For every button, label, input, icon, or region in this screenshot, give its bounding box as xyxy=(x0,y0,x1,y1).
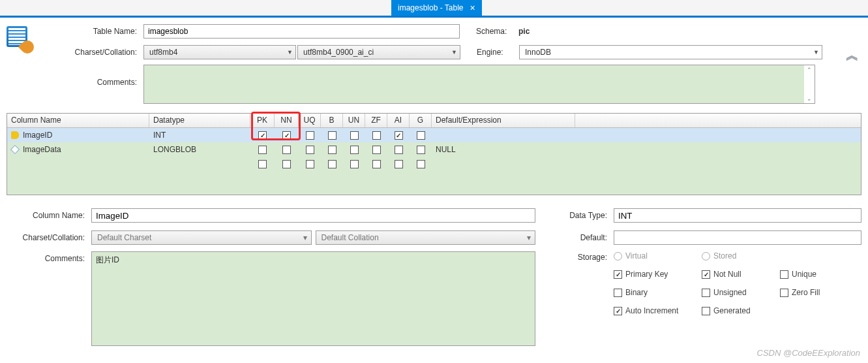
check-binary[interactable]: Binary xyxy=(614,288,702,297)
check-auto-increment[interactable]: Auto Increment xyxy=(614,306,702,315)
engine-combo[interactable]: InnoDB▼ xyxy=(519,45,822,59)
checkbox-icon xyxy=(614,307,622,315)
check-zero-fill[interactable]: Zero Fill xyxy=(780,288,852,297)
checkbox-icon xyxy=(702,307,710,315)
col-header-g[interactable]: G xyxy=(410,114,432,127)
detail-data-type-input[interactable] xyxy=(614,208,861,223)
checkbox-icon[interactable] xyxy=(306,160,314,168)
checkbox-icon[interactable] xyxy=(258,146,267,154)
grid-body[interactable]: ImageIDINTImageDataLONGBLOBNULL xyxy=(7,128,861,195)
charset-value: utf8mb4 xyxy=(149,48,177,57)
checkbox-icon[interactable] xyxy=(306,146,314,154)
checkbox-icon[interactable] xyxy=(417,131,425,140)
col-header-pk[interactable]: PK xyxy=(250,114,275,127)
detail-comments-label: Comments: xyxy=(7,251,91,263)
detail-charset-value: Default Charset xyxy=(97,233,151,242)
checkbox-icon[interactable] xyxy=(417,146,425,154)
chevron-down-icon: ▼ xyxy=(813,49,819,55)
radio-icon xyxy=(614,252,622,260)
col-header-uq[interactable]: UQ xyxy=(299,114,321,127)
detail-column-name-input[interactable] xyxy=(91,208,535,223)
col-header-ai[interactable]: AI xyxy=(387,114,410,127)
check-generated[interactable]: Generated xyxy=(702,306,780,315)
checkbox-icon xyxy=(780,270,788,279)
detail-default-input[interactable] xyxy=(614,230,861,245)
collation-value: utf8mb4_0900_ai_ci xyxy=(303,48,374,57)
table-row-new[interactable] xyxy=(7,157,861,171)
detail-comments-textarea[interactable]: 图片ID xyxy=(91,251,535,346)
detail-collation-combo[interactable]: Default Collation▾ xyxy=(316,230,536,245)
comments-label: Comments: xyxy=(42,65,143,87)
check-not-null[interactable]: Not Null xyxy=(702,270,780,279)
checkbox-icon xyxy=(702,270,710,279)
col-header-zf[interactable]: ZF xyxy=(365,114,387,127)
checkbox-icon[interactable] xyxy=(328,160,337,168)
tab-title: imagesblob - Table xyxy=(398,3,464,12)
checkbox-icon[interactable] xyxy=(258,160,267,168)
checkbox-icon[interactable] xyxy=(282,131,291,140)
table-row[interactable]: ImageDataLONGBLOBNULL xyxy=(7,142,861,157)
table-name-label: Table Name: xyxy=(42,27,143,36)
close-icon[interactable]: × xyxy=(470,3,475,13)
col-datatype: LONGBLOB xyxy=(153,145,196,154)
check-unsigned[interactable]: Unsigned xyxy=(702,288,780,297)
col-datatype: INT xyxy=(153,131,166,140)
col-header-default[interactable]: Default/Expression xyxy=(432,114,575,127)
col-header-un[interactable]: UN xyxy=(343,114,365,127)
checkbox-icon xyxy=(614,289,622,297)
radio-icon xyxy=(702,252,710,260)
charset-label: Charset/Collation: xyxy=(42,48,143,57)
watermark: CSDN @CodeEExploration xyxy=(757,348,860,351)
schema-value: pic xyxy=(518,27,530,36)
radio-stored[interactable]: Stored xyxy=(702,251,780,260)
checkbox-icon[interactable] xyxy=(350,131,359,140)
checkbox-icon[interactable] xyxy=(282,160,291,168)
collapse-icon[interactable]: ︽ xyxy=(846,46,859,64)
checkbox-icon[interactable] xyxy=(282,146,291,154)
checkbox-icon[interactable] xyxy=(328,131,337,140)
col-default: NULL xyxy=(436,145,456,154)
checkbox-icon[interactable] xyxy=(395,131,403,140)
checkbox-icon[interactable] xyxy=(328,146,337,154)
detail-data-type-label: Data Type: xyxy=(555,211,614,220)
checkbox-icon[interactable] xyxy=(417,160,425,168)
col-header-b[interactable]: B xyxy=(321,114,343,127)
col-header-datatype[interactable]: Datatype xyxy=(149,114,250,127)
collation-combo[interactable]: utf8mb4_0900_ai_ci▼ xyxy=(297,45,460,59)
checkbox-icon xyxy=(614,270,622,279)
detail-charset-label: Charset/Collation: xyxy=(7,233,91,242)
charset-combo[interactable]: utf8mb4▼ xyxy=(143,45,296,59)
radio-virtual[interactable]: Virtual xyxy=(614,251,702,260)
chevron-down-icon: ▾ xyxy=(303,233,307,242)
engine-label: Engine: xyxy=(477,48,519,57)
col-header-name[interactable]: Column Name xyxy=(7,114,149,127)
detail-default-label: Default: xyxy=(555,233,614,242)
tab-active[interactable]: imagesblob - Table × xyxy=(391,0,482,16)
columns-grid: Column Name Datatype PK NN UQ B UN ZF AI… xyxy=(7,113,861,195)
schema-label: Schema: xyxy=(476,27,518,36)
detail-charset-combo[interactable]: Default Charset▾ xyxy=(91,230,312,245)
chevron-down-icon: ▼ xyxy=(287,49,293,55)
checkbox-icon[interactable] xyxy=(372,160,381,168)
table-row[interactable]: ImageIDINT xyxy=(7,128,861,142)
checkbox-icon[interactable] xyxy=(372,131,381,140)
scrollbar[interactable]: ⌃⌄ xyxy=(804,65,815,103)
tab-spacer xyxy=(0,1,391,14)
checkbox-icon[interactable] xyxy=(258,131,267,140)
checkbox-icon[interactable] xyxy=(306,131,314,140)
checkbox-icon[interactable] xyxy=(350,160,359,168)
detail-column-name-label: Column Name: xyxy=(7,211,91,220)
check-primary-key[interactable]: Primary Key xyxy=(614,270,702,279)
checkbox-icon[interactable] xyxy=(395,146,403,154)
check-unique[interactable]: Unique xyxy=(780,270,852,279)
engine-value: InnoDB xyxy=(525,48,551,57)
checkbox-icon xyxy=(702,289,710,297)
detail-storage-label: Storage: xyxy=(555,251,614,262)
checkbox-icon[interactable] xyxy=(372,146,381,154)
col-header-nn[interactable]: NN xyxy=(275,114,299,127)
comments-textarea[interactable]: ⌃⌄ xyxy=(143,65,815,104)
diamond-icon xyxy=(10,145,20,154)
checkbox-icon[interactable] xyxy=(350,146,359,154)
checkbox-icon[interactable] xyxy=(395,160,403,168)
table-name-input[interactable] xyxy=(143,24,460,39)
